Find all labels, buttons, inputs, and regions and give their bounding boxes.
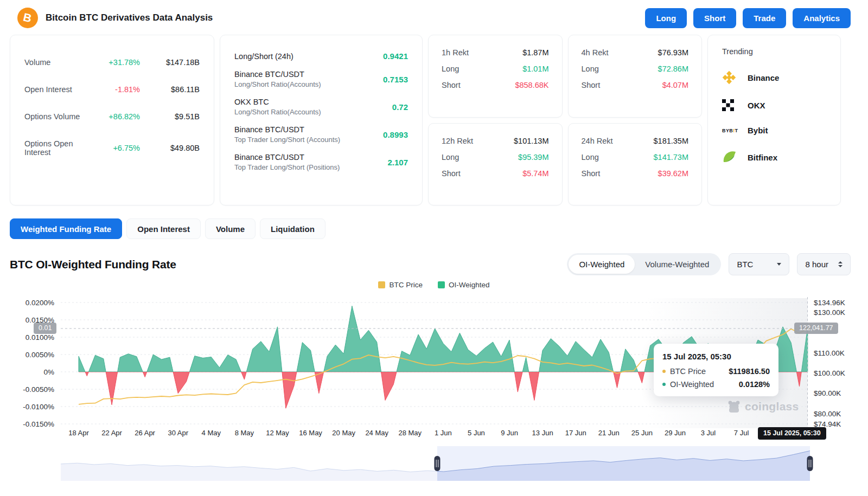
ratio-title: Binance BTC/USDT <box>234 125 340 134</box>
stepper-icon <box>838 261 843 267</box>
ratio-value: 0.7153 <box>383 75 408 84</box>
toggle-oi-weighted[interactable]: OI-Weighted <box>569 255 635 274</box>
svg-text:0.0100%: 0.0100% <box>25 333 54 342</box>
trending-item-binance[interactable]: Binance <box>722 70 826 85</box>
svg-text:30 Apr: 30 Apr <box>168 429 188 437</box>
stat-value: $147.18B <box>140 58 200 67</box>
stat-label: Options Volume <box>24 112 88 121</box>
ratio-title: OKX BTC <box>234 98 321 106</box>
price-dot-icon <box>662 370 666 373</box>
rekt-card-12h: 12h Rekt$101.13M Long$95.39M Short$5.74M <box>428 123 563 206</box>
rekt-long-value: $1.01M <box>522 65 548 73</box>
funding-rate-chart[interactable]: BTC Price OI-Weighted 0.0200%0.0150%0.01… <box>0 280 868 486</box>
ratio-row: OKX BTC Long/Short Ratio(Accounts) 0.72 <box>234 98 408 116</box>
chart-controls: OI-Weighted Volume-Weighted BTC 8 hour <box>567 253 851 275</box>
ratio-subtitle: Top Trader Long/Short (Accounts) <box>234 136 340 144</box>
rekt-title: 1h Rekt <box>442 48 469 57</box>
toggle-volume-weighted[interactable]: Volume-Weighted <box>635 255 719 274</box>
tab-liquidation[interactable]: Liquidation <box>260 218 326 239</box>
volume-stats-card: Volume +31.78% $147.18B Open Interest -1… <box>10 35 214 205</box>
ratio-title: Long/Short (24h) <box>234 52 293 61</box>
navigator-handle-left[interactable] <box>434 456 440 471</box>
rekt-card-1h: 1h Rekt$1.87M Long$1.01M Short$858.68K <box>428 35 563 118</box>
rekt-short-value: $858.68K <box>515 81 548 89</box>
crosshair-right-badge: 122,041.77 <box>794 323 838 334</box>
long-button[interactable]: Long <box>645 8 687 28</box>
crosshair-left-badge: 0.01 <box>34 323 56 334</box>
svg-text:24 May: 24 May <box>365 429 388 437</box>
stat-change: +6.75% <box>88 144 140 152</box>
svg-text:29 Jun: 29 Jun <box>665 429 686 437</box>
rekt-title: 12h Rekt <box>442 137 473 145</box>
coinglass-watermark: coinglass <box>727 400 799 413</box>
rekt-long-value: $72.86M <box>658 65 688 73</box>
rekt-short-label: Short <box>442 81 461 89</box>
trending-item-bitfinex[interactable]: Bitfinex <box>722 150 826 165</box>
trending-item-label: Bitfinex <box>748 153 777 162</box>
stat-label: Volume <box>24 58 88 67</box>
rekt-long-label: Long <box>442 153 459 162</box>
rekt-total: $1.87M <box>522 48 548 57</box>
tab-open-interest[interactable]: Open Interest <box>126 218 201 239</box>
interval-select[interactable]: 8 hour <box>797 253 851 275</box>
rekt-card-4h: 4h Rekt$76.93M Long$72.86M Short$4.07M <box>568 35 703 118</box>
weighting-toggle: OI-Weighted Volume-Weighted <box>567 253 721 275</box>
tooltip-row-oi: OI-Weighted 0.0128% <box>662 380 770 389</box>
svg-text:8 May: 8 May <box>235 429 254 437</box>
svg-text:1 Jun: 1 Jun <box>435 429 452 437</box>
ratio-title: Binance BTC/USDT <box>234 70 321 79</box>
stat-label: Options Open Interest <box>24 139 88 157</box>
rekt-long-label: Long <box>582 65 599 73</box>
stat-row: Options Volume +86.82% $9.51B <box>24 112 200 121</box>
stat-value: $49.80B <box>140 144 200 152</box>
tab-weighted-funding-rate[interactable]: Weighted Funding Rate <box>10 218 122 239</box>
tab-volume[interactable]: Volume <box>205 218 256 239</box>
ratio-value: 0.72 <box>392 102 408 112</box>
tooltip-time: 15 Jul 2025, 05:30 <box>662 352 770 361</box>
trending-card: Trending Binance OKX BYB!T Bybi <box>707 35 841 205</box>
short-button[interactable]: Short <box>693 8 736 28</box>
svg-text:12 May: 12 May <box>266 429 289 437</box>
trending-item-bybit[interactable]: BYB!T Bybit <box>722 126 826 135</box>
ratio-subtitle: Long/Short Ratio(Accounts) <box>234 108 321 116</box>
rekt-long-label: Long <box>582 153 599 162</box>
svg-text:-0.0150%: -0.0150% <box>23 420 54 428</box>
brand: B Bitcoin BTC Derivatives Data Analysis <box>17 8 213 28</box>
chart-tooltip: 15 Jul 2025, 05:30 BTC Price $119816.50 … <box>654 344 778 396</box>
ratio-row: Long/Short (24h) 0.9421 <box>234 51 408 61</box>
symbol-select[interactable]: BTC <box>729 253 789 275</box>
ratio-row: Binance BTC/USDT Top Trader Long/Short (… <box>234 125 408 144</box>
trade-button[interactable]: Trade <box>743 8 786 28</box>
stat-row: Volume +31.78% $147.18B <box>24 58 200 67</box>
chart-tabs: Weighted Funding Rate Open Interest Volu… <box>10 218 858 239</box>
svg-text:5 Jun: 5 Jun <box>468 429 485 437</box>
rekt-cards-group: 1h Rekt$1.87M Long$1.01M Short$858.68K 4… <box>428 35 702 205</box>
svg-text:20 May: 20 May <box>332 429 355 437</box>
rekt-card-24h: 24h Rekt$181.35M Long$141.73M Short$39.6… <box>568 123 703 206</box>
svg-text:$134.96K: $134.96K <box>814 299 845 307</box>
navigator-handle-right[interactable] <box>807 456 813 471</box>
okx-icon <box>722 99 741 111</box>
trending-item-okx[interactable]: OKX <box>722 99 826 111</box>
tooltip-row-price: BTC Price $119816.50 <box>662 367 770 376</box>
ratio-subtitle: Long/Short Ratio(Accounts) <box>234 80 321 88</box>
ratio-value: 2.107 <box>387 158 408 167</box>
page-title: Bitcoin BTC Derivatives Data Analysis <box>46 12 213 23</box>
svg-text:-0.0100%: -0.0100% <box>23 403 54 411</box>
interval-select-value: 8 hour <box>805 260 828 269</box>
crosshair-time-badge: 15 Jul 2025, 05:30 <box>758 427 826 440</box>
stat-cards-row: Volume +31.78% $147.18B Open Interest -1… <box>10 35 851 205</box>
analytics-button[interactable]: Analytics <box>793 8 851 28</box>
svg-text:0%: 0% <box>43 368 54 376</box>
rekt-total: $76.93M <box>658 48 688 57</box>
ratio-value: 0.9421 <box>383 51 408 61</box>
rekt-short-label: Short <box>582 169 601 178</box>
rekt-short-label: Short <box>442 169 461 178</box>
svg-text:9 Jun: 9 Jun <box>501 429 518 437</box>
trending-item-label: Binance <box>748 73 779 82</box>
oi-dot-icon <box>662 383 666 386</box>
svg-text:26 Apr: 26 Apr <box>135 429 155 437</box>
svg-text:13 Jun: 13 Jun <box>532 429 553 437</box>
header-actions: Long Short Trade Analytics <box>645 8 851 28</box>
svg-text:0.0050%: 0.0050% <box>25 351 54 359</box>
